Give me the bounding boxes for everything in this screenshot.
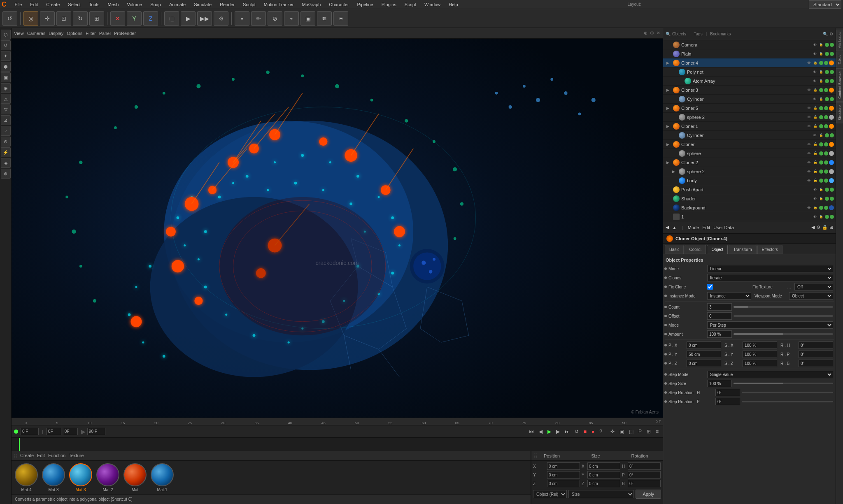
object-item[interactable]: sphere👁🔒 [663,149,836,158]
object-color-swatch[interactable] [829,160,834,165]
object-lock-btn[interactable]: 🔒 [813,60,818,66]
menu-volume[interactable]: Volume [125,2,144,7]
object-visibility-btn[interactable]: 👁 [806,169,812,174]
menu-file[interactable]: File [13,2,24,7]
menu-pipeline[interactable]: Pipeline [356,2,375,7]
object-item[interactable]: Cylinder👁🔒 [663,95,836,104]
prop-rh-field[interactable] [799,341,833,349]
object-expand-arrow[interactable]: ▶ [666,142,671,146]
menu-script[interactable]: Script [403,2,418,7]
timeline-track[interactable] [12,438,663,451]
scale-btn[interactable]: ⊡ [56,11,71,26]
mat-texture[interactable]: Texture [69,453,84,458]
tl-key-add[interactable]: ✛ [609,428,616,435]
prop-dot-clones[interactable] [664,276,667,279]
object-lock-btn[interactable]: 🔒 [818,69,824,75]
left-tool-14[interactable]: ⊛ [1,169,11,179]
vp-tab-display[interactable]: Display [49,31,63,36]
x-btn[interactable]: ✕ [110,11,125,26]
tl-grid[interactable]: ⊞ [645,428,652,435]
object-lock-btn[interactable]: 🔒 [818,196,824,202]
object-render-dot[interactable] [825,52,829,56]
vp-icon-settings[interactable]: ⚙ [650,30,654,36]
menu-tools[interactable]: Tools [87,2,101,7]
left-tool-2[interactable]: ↺ [1,40,11,50]
tl-prev-frame[interactable]: ◀ [537,428,544,435]
object-lock-btn[interactable]: 🔒 [813,205,818,211]
object-render-dot[interactable] [819,61,823,65]
object-color-swatch[interactable] [829,169,834,174]
prop-dot-step-size[interactable] [664,382,667,385]
object-viewport-dot[interactable] [830,133,834,137]
tl-options[interactable]: ≡ [654,428,660,435]
object-lock-btn[interactable]: 🔒 [818,132,824,138]
tl-key-sel[interactable]: ⬚ [627,428,635,435]
object-visibility-btn[interactable]: 👁 [806,123,812,129]
tl-stop[interactable]: ■ [582,428,588,435]
object-item[interactable]: Atom Array👁🔒 [663,77,836,86]
object-visibility-btn[interactable]: 👁 [812,96,817,102]
scene-btn[interactable]: ▣ [300,11,315,26]
rot-b-field[interactable] [628,480,661,487]
prop-dot-instance[interactable] [664,295,667,297]
prop-step-mode-select[interactable]: Single Value [707,371,833,378]
object-visibility-btn[interactable]: 👁 [806,87,812,93]
prop-amount-field[interactable] [707,330,732,338]
object-render-dot[interactable] [819,170,823,174]
object-render-dot[interactable] [825,79,829,83]
object-visibility-btn[interactable]: 👁 [812,132,817,138]
edge-tab-content-browser[interactable]: Content Browser [836,68,843,102]
object-item[interactable]: Push Apart👁🔒 [663,185,836,194]
object-color-swatch[interactable] [829,106,834,111]
prop-py-field[interactable] [687,351,721,358]
prop-amount-slider[interactable] [734,333,833,335]
object-viewport-dot[interactable] [830,79,834,83]
edge-tab-attributes[interactable]: Attributes [836,30,843,51]
prop-mode[interactable]: Mode [688,225,699,230]
object-render-dot[interactable] [819,160,823,165]
object-lock-btn[interactable]: 🔒 [818,96,824,102]
prop-instance-select[interactable]: Instance [707,292,751,300]
object-viewport-dot[interactable] [830,197,834,201]
size-z-field[interactable] [587,480,620,487]
object-color-swatch[interactable] [829,60,834,65]
object-color-swatch[interactable] [829,142,834,147]
prop-sy-field[interactable] [743,351,777,358]
undo-btn[interactable]: ↺ [2,11,17,26]
viewport[interactable]: crackedonic.com © Fabian Aerts [12,39,663,418]
obj-filter-icon[interactable]: ⚙ [829,32,833,36]
light-btn[interactable]: ☀ [333,11,348,26]
menu-select[interactable]: Select [66,2,82,7]
object-expand-arrow[interactable]: ▶ [666,88,671,92]
vp-icon-maximize[interactable]: ⊕ [644,30,647,36]
object-lock-btn[interactable]: 🔒 [813,178,818,183]
prop-px-field[interactable] [687,341,721,349]
prop-user-data[interactable]: User Data [713,225,734,230]
prop-dot-step-rot-h[interactable] [664,391,667,394]
prop-dot-py[interactable] [664,353,667,355]
object-color-swatch[interactable] [829,151,834,156]
object-visibility-btn[interactable]: 👁 [806,114,812,120]
object-visibility-btn[interactable]: 👁 [806,151,812,156]
prop-count-slider[interactable] [734,306,833,308]
object-lock-btn[interactable]: 🔒 [813,123,818,129]
prop-dot-step-mode[interactable] [664,373,667,376]
menu-snap[interactable]: Snap [149,2,163,7]
obj-tab-tags[interactable]: Tags [694,32,703,36]
menu-window[interactable]: Window [423,2,442,7]
material-item-mat2[interactable]: Mat.2 [96,463,119,492]
left-tool-13[interactable]: ◈ [1,158,11,168]
fix-clone-checkbox[interactable] [707,284,713,290]
material-item-mat[interactable]: Mat [123,463,147,492]
object-render-dot[interactable] [819,106,823,110]
menu-motion-tracker[interactable]: Motion Tracker [262,2,296,7]
apply-button[interactable]: Apply [636,490,661,499]
prop-sx-field[interactable] [743,341,777,349]
prop-offset-field[interactable] [707,312,732,320]
prop-count-field[interactable] [707,303,732,311]
object-lock-btn[interactable]: 🔒 [813,160,818,165]
prop-tab-coord[interactable]: Coord. [685,245,706,254]
prop-tab-object[interactable]: Object [707,245,728,254]
vp-tab-view[interactable]: View [14,31,24,36]
tl-play[interactable]: ▶ [546,428,553,435]
